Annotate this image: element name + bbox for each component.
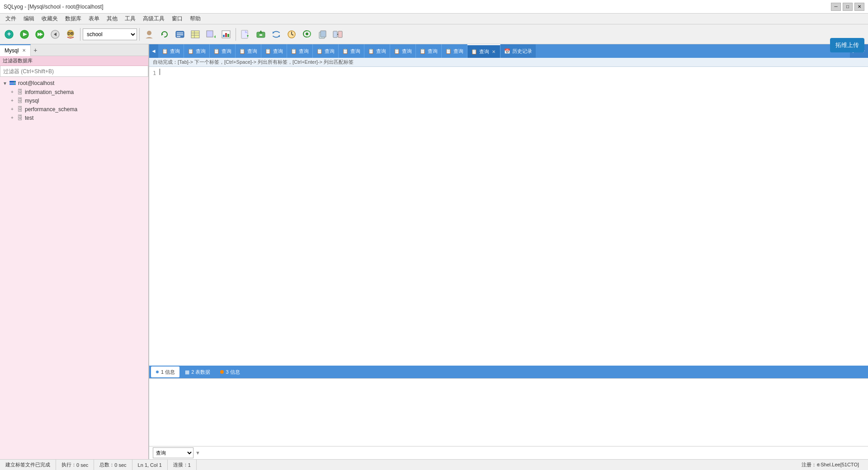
tree-db-item[interactable]: + 🗄 mysql [0,96,148,105]
svg-point-11 [147,31,151,35]
query-editor[interactable]: 1 [149,67,868,366]
svg-rect-15 [177,34,183,35]
export-button[interactable] [238,27,253,42]
db-icon: 🗄 [17,106,23,113]
svg-rect-17 [191,31,199,38]
svg-rect-41 [338,31,342,38]
new-connection-button[interactable]: + [2,27,16,42]
bottom-tab-info[interactable]: 1 信息 [151,367,179,377]
tree-db-item[interactable]: + 🗄 test [0,113,148,122]
query-tab-6[interactable]: 📋查询 [287,44,313,58]
connection-value: 1 [188,462,191,468]
sync-button[interactable] [269,27,283,42]
tab-close-button[interactable]: ✕ [491,49,496,54]
schedule-button[interactable] [284,27,299,42]
refresh-button[interactable] [157,27,172,42]
svg-rect-31 [259,34,262,36]
query-tabs: ◄ 📋查询 📋查询 📋查询 📋查询 📋查询 📋查询 📋查询 📋查询 📋查询 📋查… [149,44,868,58]
bottom-tab-tabledata[interactable]: ▦ 2 表数据 [180,367,215,377]
tab-icon: 📋 [162,48,168,54]
run-button[interactable] [17,27,32,42]
sidebar-tab-close[interactable]: ✕ [22,45,26,56]
close-button[interactable]: ✕ [854,3,864,11]
maximize-button[interactable]: □ [843,3,853,11]
db-name: test [25,115,33,121]
tab-icon: 📋 [213,48,220,54]
bottom-tab-info2-label: 3 信息 [226,369,240,376]
query-tab-9[interactable]: 📋查询 [364,44,390,58]
query-tab-7[interactable]: 📋查询 [313,44,339,58]
back-button[interactable] [48,27,62,42]
sidebar-tab-bar: Mysql ✕ + [0,44,148,56]
db-expand-icon: + [11,98,15,103]
query-tab-4[interactable]: 📋查询 [236,44,261,58]
history-tab[interactable]: 📅 历史记录 [500,44,536,58]
svg-rect-14 [177,33,183,33]
svg-rect-39 [321,31,326,37]
tabs-prev-button[interactable]: ◄ [149,44,158,58]
sidebar-tab-add[interactable]: + [31,47,40,54]
menu-item-窗口[interactable]: 窗口 [168,14,186,24]
compare-button[interactable] [330,27,345,42]
total-value: 0 sec [114,462,126,468]
svg-rect-27 [241,30,248,38]
user-button[interactable] [142,27,156,42]
db-expand-icon: + [11,89,15,94]
query-tab-8[interactable]: 📋查询 [339,44,364,58]
toolbar-separator-3 [236,28,236,41]
result-area [149,378,868,446]
query-tab-3[interactable]: 📋查询 [210,44,236,58]
import-button[interactable]: DB [63,27,78,42]
menu-item-收藏夹[interactable]: 收藏夹 [38,14,61,24]
svg-text:+: + [7,30,11,38]
connection-info: 连接： 1 [168,460,197,470]
menu-item-其他[interactable]: 其他 [103,14,121,24]
line-number: 1 [153,70,156,76]
exec-time: 执行： 0 sec [56,460,94,470]
menu-item-工具[interactable]: 工具 [121,14,139,24]
cursor-position: Ln 1, Col 1 [132,460,168,470]
schema-button[interactable] [173,27,187,42]
run-all-button[interactable] [33,27,47,42]
menu-item-表单[interactable]: 表单 [85,14,103,24]
svg-rect-25 [225,33,227,37]
tree-db-item[interactable]: + 🗄 information_schema [0,88,148,96]
tree-db-item[interactable]: + 🗄 performance_schema [0,105,148,113]
tree-host-item[interactable]: ▼ root@localhost [0,79,148,88]
menu-item-数据库[interactable]: 数据库 [61,14,85,24]
query-tab-12[interactable]: 📋查询 [442,44,467,58]
title-bar: SQLyog - [Mysql/school - root@localhost]… [0,0,868,14]
window-title: SQLyog - [Mysql/school - root@localhost] [4,4,104,10]
menu-item-帮助[interactable]: 帮助 [186,14,204,24]
copy-button[interactable] [315,27,330,42]
table-button[interactable] [188,27,203,42]
bottom-tab-info2[interactable]: 3 信息 [216,367,244,377]
menu-item-编辑[interactable]: 编辑 [20,14,38,24]
warn-dot [220,370,224,374]
host-label: root@localhost [18,80,54,86]
tab-icon: 📋 [239,48,245,54]
backup-button[interactable] [300,27,314,42]
svg-point-37 [306,33,308,35]
sidebar-filter-label: 过滤器数据库 [0,56,148,66]
upload-button[interactable]: 拓维上传 [830,38,864,52]
exec-value: 0 sec [76,462,88,468]
menu-item-文件[interactable]: 文件 [2,14,20,24]
new-table-button[interactable]: + [203,27,218,42]
query-tab-5[interactable]: 📋查询 [261,44,287,58]
sidebar-tab-mysql[interactable]: Mysql ✕ [0,44,31,56]
chart-button[interactable] [219,27,233,42]
sidebar-tab-label: Mysql [5,45,19,56]
query-tab-2[interactable]: 📋查询 [184,44,210,58]
query-type-select[interactable]: 查询 [153,447,193,458]
bottom-tab-info-label: 1 信息 [161,369,175,376]
database-select[interactable]: school [83,28,137,40]
menu-item-高级工具[interactable]: 高级工具 [139,14,168,24]
query-tab-11[interactable]: 📋查询 [416,44,442,58]
query-tab-10[interactable]: 📋查询 [390,44,416,58]
query-tab-13[interactable]: 📋 查询 ✕ [467,44,500,58]
minimize-button[interactable]: ─ [831,3,841,11]
import-data-button[interactable] [254,27,268,42]
sidebar-filter-input[interactable] [0,66,148,77]
query-tab-1[interactable]: 📋查询 [158,44,184,58]
